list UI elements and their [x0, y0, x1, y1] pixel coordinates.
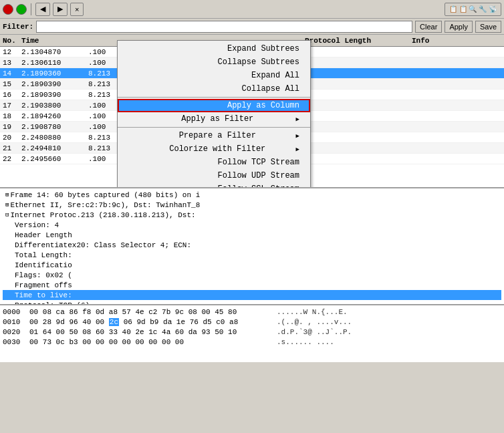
detail-text: Fragment offs: [15, 281, 72, 289]
packet-no: 16: [0, 91, 20, 99]
menu-item-apply-as-filter[interactable]: Apply as Filter▶: [118, 112, 310, 126]
toolbar: ◀ ▶ × 📋 📋 🔍 🔧 📡: [0, 0, 504, 19]
submenu-arrow-icon: ▶: [296, 146, 299, 153]
header-protocol-length: Protocol Length: [303, 37, 410, 45]
menu-item-collapse-subtrees[interactable]: Collapse Subtrees: [118, 55, 310, 69]
toolbar-btn-2[interactable]: ▶: [53, 3, 68, 16]
detail-row[interactable]: Identificatio: [3, 260, 501, 270]
packet-time: 2.1306110: [20, 59, 87, 67]
menu-item-follow-ssl[interactable]: Follow SSL Stream: [118, 182, 310, 188]
filter-input[interactable]: [36, 21, 412, 33]
expand-icon[interactable]: ⊞: [5, 191, 9, 198]
hex-offset: 0010: [3, 318, 29, 326]
hex-row: 0020 01 64 00 50 08 60 33 40 2e 1c 4a 60…: [3, 327, 501, 337]
menu-label: Apply as Filter: [181, 114, 253, 124]
filter-apply-button[interactable]: Apply: [445, 21, 473, 33]
menu-item-colorize[interactable]: Colorize with Filter▶: [118, 142, 310, 156]
detail-row[interactable]: Time to live:: [3, 290, 501, 300]
hex-pane: 0000 00 08 ca 86 f8 0d a8 57 4e c2 7b 9c…: [0, 305, 504, 362]
toolbar-separator: [31, 3, 31, 15]
detail-row[interactable]: Header Length: [3, 230, 501, 240]
menu-label: Expand Subtrees: [227, 44, 299, 53]
packet-src: 8.213: [87, 69, 120, 78]
menu-label: Follow TCP Stream: [218, 158, 299, 167]
filter-save-button[interactable]: Save: [475, 21, 501, 33]
menu-item-expand-all[interactable]: Expand All: [118, 69, 310, 82]
packet-no: 12: [0, 48, 20, 56]
detail-row[interactable]: Version: 4: [3, 220, 501, 230]
packet-time: 2.1890390: [20, 80, 87, 88]
context-menu: Expand SubtreesCollapse SubtreesExpand A…: [117, 40, 311, 188]
menu-item-collapse-all[interactable]: Collapse All: [118, 82, 310, 96]
menu-label: Collapse Subtrees: [218, 57, 299, 67]
expand-icon[interactable]: ⊟: [5, 211, 9, 219]
packet-time: 2.2480880: [20, 134, 87, 142]
hex-row: 0030 00 73 0c b3 00 00 00 00 00 00 00 00…: [3, 337, 501, 347]
menu-label: Colorize with Filter: [169, 144, 265, 154]
detail-text: Ethernet II, Sre:c2:7b:9c), Dst: Twinhan…: [10, 201, 200, 209]
menu-item-apply-as-column[interactable]: Apply as Column: [118, 99, 310, 112]
filter-clear-button[interactable]: Clear: [415, 21, 442, 33]
hex-offset: 0030: [3, 338, 29, 346]
hex-row: 0010 00 28 9d 96 40 00 2c 06 9d b9 da 1e…: [3, 317, 501, 327]
hex-row: 0000 00 08 ca 86 f8 0d a8 57 4e c2 7b 9c…: [3, 307, 501, 317]
menu-item-expand-subtrees[interactable]: Expand Subtrees: [118, 42, 310, 55]
packet-src: .100: [87, 48, 120, 56]
hex-ascii: .(..@. , ....v...: [277, 318, 352, 326]
hex-offset: 0020: [3, 328, 29, 336]
packet-src: 8.213: [87, 91, 120, 99]
detail-row[interactable]: ⊞ Ethernet II, Sre:c2:7b:9c), Dst: Twinh…: [3, 200, 501, 210]
detail-row[interactable]: Protocol: TCP (6): [3, 300, 501, 305]
packet-src: .100: [87, 155, 120, 163]
stop-button[interactable]: [3, 4, 13, 15]
detail-row[interactable]: Fragment offs: [3, 280, 501, 290]
packet-no: 15: [0, 80, 20, 88]
filter-bar: Filter: Clear Apply Save: [0, 19, 504, 35]
menu-label: Collapse All: [242, 84, 299, 94]
start-button[interactable]: [16, 4, 27, 15]
toolbar-btn-1[interactable]: ◀: [35, 3, 50, 16]
detail-row[interactable]: Flags: 0x02 (: [3, 270, 501, 280]
expand-icon[interactable]: ⊞: [5, 201, 9, 208]
menu-item-follow-udp[interactable]: Follow UDP Stream: [118, 169, 310, 182]
hex-bytes: 00 73 0c b3 00 00 00 00 00 00 00 00: [29, 338, 277, 346]
detail-text: Flags: 0x02 (: [15, 271, 72, 279]
packet-src: .100: [87, 123, 120, 131]
header-no: No.: [0, 37, 20, 45]
packet-no: 13: [0, 59, 20, 67]
toolbar-btn-icons[interactable]: 📋 📋 🔍 🔧 📡: [445, 3, 501, 16]
packet-no: 17: [0, 102, 20, 110]
detail-text: Frame 14: 60 bytes captured (480 bits) o…: [10, 191, 200, 199]
menu-separator: [118, 97, 310, 98]
packet-time: 2.1890360: [20, 69, 87, 78]
menu-item-follow-tcp[interactable]: Follow TCP Stream: [118, 156, 310, 169]
packet-no: 20: [0, 134, 20, 142]
detail-text: Identificatio: [15, 261, 72, 269]
packet-no: 21: [0, 144, 20, 152]
packet-time: 2.1903800: [20, 102, 87, 110]
packet-no: 18: [0, 112, 20, 120]
submenu-arrow-icon: ▶: [296, 132, 299, 140]
detail-pane: ⊞ Frame 14: 60 bytes captured (480 bits)…: [0, 188, 504, 305]
hex-ascii: ......W N.{...E.: [277, 308, 348, 316]
hex-highlight: 2c: [109, 318, 119, 326]
detail-text: Time to live:: [15, 291, 72, 299]
detail-row[interactable]: Total Length:: [3, 250, 501, 260]
packet-src: .100: [87, 59, 120, 67]
menu-label: Expand All: [251, 71, 299, 80]
toolbar-btn-3[interactable]: ×: [70, 3, 84, 16]
packet-time: 2.2494810: [20, 144, 87, 152]
menu-item-prepare-filter[interactable]: Prepare a Filter▶: [118, 129, 310, 142]
detail-row[interactable]: ⊞ Frame 14: 60 bytes captured (480 bits)…: [3, 190, 501, 200]
detail-row[interactable]: Differentiatex20: Class Selector 4; ECN:: [3, 240, 501, 250]
hex-ascii: .d.P.`3@ ..J`..P.: [277, 328, 352, 336]
detail-text: Version: 4: [15, 221, 59, 229]
packet-src: 8.213: [87, 144, 120, 152]
detail-row[interactable]: ⊟ Internet Protoc.213 (218.30.118.213), …: [3, 210, 501, 220]
filter-label: Filter:: [3, 23, 33, 31]
menu-label: Follow UDP Stream: [218, 171, 299, 180]
packet-time: 2.1894260: [20, 112, 87, 120]
header-info: Info: [410, 37, 464, 45]
packet-no: 22: [0, 155, 20, 163]
detail-text: Header Length: [15, 231, 72, 239]
